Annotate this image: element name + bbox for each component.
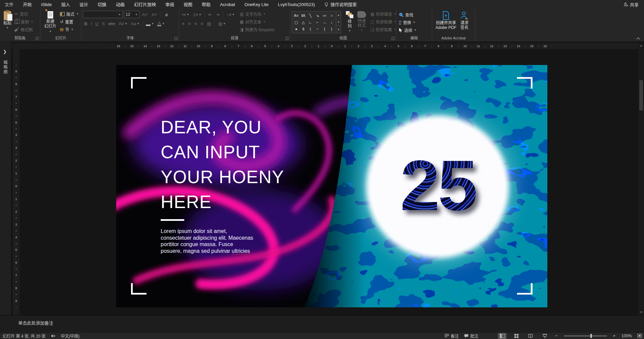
slide-body-text[interactable]: Lorem ipsum dolor sit amet, consectetuer…	[161, 228, 254, 254]
slide-title[interactable]: DEAR, YOU CAN INPUT YOUR HOENY HERE	[161, 115, 284, 214]
font-name-combo[interactable]: ▼	[83, 11, 123, 18]
decrease-font-button[interactable]: A˅	[150, 11, 158, 18]
zoom-out-button[interactable]: −	[554, 333, 558, 338]
decrease-indent-button[interactable]: ⇤	[207, 11, 214, 18]
slide-editing-area[interactable]: DEAR, YOU CAN INPUT YOUR HOENY HERE Lore…	[116, 65, 547, 307]
shape-gallery-item[interactable]: →	[321, 19, 328, 26]
language-indicator[interactable]: 中文(中国)	[61, 333, 79, 339]
slide-number-25[interactable]: 25	[386, 134, 490, 240]
scroll-down-arrow[interactable]: ▼	[638, 310, 644, 315]
menu-tab-slideshow[interactable]: 幻灯片放映	[129, 0, 161, 9]
slide-sorter-view-button[interactable]	[512, 333, 521, 339]
justify-button[interactable]: ≡	[199, 20, 205, 27]
align-right-button[interactable]: ≡	[193, 20, 198, 27]
paragraph-dialog-launcher[interactable]: ◿	[286, 37, 289, 40]
replace-button[interactable]: abac 替换 ▼	[398, 19, 418, 26]
menu-tab-transitions[interactable]: 切换	[93, 0, 111, 9]
vertical-scrollbar[interactable]: ▲ ▼	[638, 43, 644, 315]
quick-styles-button[interactable]: 快速样式 ▼	[355, 10, 368, 36]
slideshow-view-button[interactable]	[540, 333, 549, 339]
shape-outline-button[interactable]: ▢ 形状轮廓▼	[369, 18, 397, 26]
zoom-slider[interactable]	[564, 336, 607, 336]
arrange-button[interactable]: 排列 ▼	[344, 10, 355, 36]
reading-view-button[interactable]	[526, 333, 535, 339]
section-button[interactable]: ▤ 节 ▼	[59, 26, 80, 33]
request-signature-button[interactable]: 请求签名	[458, 10, 471, 36]
change-case-button[interactable]: Aa▼	[129, 20, 141, 27]
paste-dropdown-arrow[interactable]: ▼	[6, 26, 9, 29]
shape-gallery-item[interactable]: ∟	[307, 19, 314, 26]
create-share-pdf-button[interactable]: 创建并共享Adobe PDF	[433, 10, 458, 36]
font-color-button[interactable]: A▼	[156, 20, 166, 27]
shape-gallery-item[interactable]: §	[300, 26, 307, 32]
notes-toggle-button[interactable]: 备注	[445, 333, 459, 339]
menu-tab-animations[interactable]: 动画	[111, 0, 129, 9]
shape-gallery-item[interactable]: ⌐	[314, 19, 321, 26]
share-button[interactable]: 共享	[618, 1, 644, 8]
reset-button[interactable]: ↺ 重置	[59, 18, 80, 26]
fit-to-window-button[interactable]	[637, 334, 642, 338]
shape-gallery-item[interactable]: ▢	[293, 19, 300, 26]
italic-button[interactable]: I	[89, 20, 93, 27]
font-size-combo[interactable]: 12▼	[124, 11, 139, 18]
text-direction-button[interactable]: ▥ 文字方向▼	[239, 10, 276, 18]
spellcheck-icon[interactable]	[51, 334, 55, 338]
increase-font-button[interactable]: A˄	[141, 11, 149, 18]
menu-tab-insert[interactable]: 插入	[57, 0, 75, 9]
shape-gallery-item[interactable]: (	[307, 26, 314, 32]
character-spacing-button[interactable]: AV▼	[117, 20, 129, 27]
columns-button[interactable]: ▥▼	[217, 20, 227, 27]
strikethrough-button[interactable]: abc	[107, 20, 117, 27]
shape-gallery-item[interactable]: ‖A	[300, 12, 307, 19]
gallery-up-button[interactable]: ▲	[336, 11, 341, 19]
paste-button[interactable]: 粘贴 ▼	[1, 10, 13, 36]
cut-button[interactable]: ✂ 剪切	[13, 10, 34, 18]
menu-tab-lvyhtools[interactable]: LvyhTools(200523)	[273, 0, 320, 9]
shape-gallery-item[interactable]: }	[328, 26, 335, 32]
text-shadow-button[interactable]: S	[100, 20, 106, 27]
expand-thumbnails-icon[interactable]: ❯	[3, 49, 7, 54]
shape-fill-button[interactable]: ▨ 形状填充▼	[369, 10, 397, 18]
shape-gallery-item[interactable]: A≡	[293, 12, 300, 19]
comments-toggle-button[interactable]: 批注	[464, 333, 478, 339]
shape-gallery-item[interactable]: ▭	[321, 12, 328, 19]
menu-tab-file[interactable]: 文件	[0, 0, 18, 9]
drawing-dialog-launcher[interactable]: ◿	[392, 37, 395, 40]
distribute-button[interactable]: ▤	[205, 20, 212, 27]
copy-button[interactable]: 复制 ▼	[13, 18, 34, 26]
menu-tab-help[interactable]: 帮助	[197, 0, 215, 9]
thumbnail-panel-collapsed[interactable]: ❯ 缩略图	[0, 42, 11, 315]
align-center-button[interactable]: ≡	[187, 20, 192, 27]
shape-gallery-item[interactable]: ●	[293, 26, 300, 32]
find-button[interactable]: 查找	[398, 11, 418, 19]
line-spacing-button[interactable]: ↕≡▼	[225, 11, 236, 18]
align-left-button[interactable]: ≡	[181, 20, 186, 27]
collapse-ribbon-button[interactable]	[636, 37, 641, 40]
highlight-color-button[interactable]: ▼	[144, 20, 155, 27]
increase-indent-button[interactable]: ⇥	[215, 11, 221, 18]
menu-tab-onekey[interactable]: OneKey Lite	[240, 0, 273, 9]
shape-gallery-item[interactable]: ○	[328, 12, 335, 19]
shape-gallery-item[interactable]: △	[300, 19, 307, 26]
scrollbar-thumb[interactable]	[639, 80, 643, 110]
font-dialog-launcher[interactable]: ◿	[174, 37, 178, 40]
menu-tab-acrobat[interactable]: Acrobat	[215, 0, 240, 9]
bold-button[interactable]: B	[83, 20, 89, 27]
numbering-button[interactable]: 1≡▼	[192, 11, 203, 18]
zoom-in-button[interactable]: +	[612, 333, 616, 338]
menu-tab-islide[interactable]: iSlide	[36, 0, 57, 9]
clear-formatting-button[interactable]: ◆̸	[164, 11, 170, 18]
format-painter-button[interactable]: 格式刷	[13, 26, 34, 33]
menu-tab-view[interactable]: 视图	[179, 0, 197, 9]
scroll-up-arrow[interactable]: ▲	[638, 43, 644, 48]
smartart-button[interactable]: ◨ 转换为 SmartArt	[239, 26, 276, 33]
shape-gallery-item[interactable]: ~	[314, 26, 321, 32]
underline-button[interactable]: U	[94, 20, 100, 27]
layout-button[interactable]: 版式 ▼	[59, 10, 80, 18]
zoom-slider-thumb[interactable]	[590, 334, 592, 338]
tell-me-search[interactable]: 操作说明搜索	[320, 0, 361, 9]
shapes-gallery[interactable]: A≡‖A╲↘▭○▢△∟⌐→↓●§(~{}	[292, 11, 336, 33]
shape-gallery-item[interactable]: {	[321, 26, 328, 32]
clipboard-dialog-launcher[interactable]: ◿	[36, 37, 39, 40]
bullets-button[interactable]: •≡▼	[181, 11, 191, 18]
